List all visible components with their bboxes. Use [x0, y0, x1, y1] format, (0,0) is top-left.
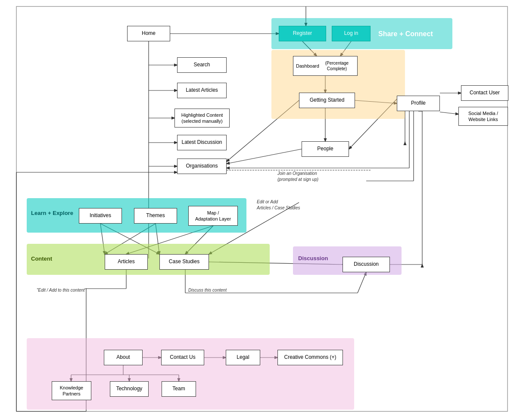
- node-team: Team: [162, 381, 196, 397]
- node-getting-started: Getting Started: [299, 93, 355, 108]
- node-social-media: Social Media /Website Links: [458, 107, 508, 126]
- italic-discuss: Discuss this content: [188, 288, 227, 292]
- italic-join-org: Join an Organisation(prompted at sign up…: [277, 171, 318, 183]
- svg-line-15: [227, 149, 302, 164]
- node-themes: Themes: [134, 208, 177, 224]
- svg-line-13: [440, 112, 458, 114]
- node-register[interactable]: Register: [279, 26, 326, 41]
- node-about: About: [104, 350, 143, 365]
- node-legal: Legal: [226, 350, 260, 365]
- node-contact-us: Contact Us: [161, 350, 204, 365]
- italic-edit-add: "Edit / Add to this content": [37, 288, 86, 292]
- node-login[interactable]: Log in: [332, 26, 371, 41]
- svg-line-37: [358, 272, 366, 293]
- node-knowledge-partners: KnowledgePartners: [52, 381, 91, 400]
- region-content: [27, 244, 270, 275]
- node-profile: Profile: [397, 96, 440, 111]
- label-learn: Learn + Explore: [31, 210, 73, 216]
- node-creative-commons: Creative Commons (+): [277, 350, 343, 365]
- node-contact-user: Contact User: [461, 85, 508, 101]
- node-articles: Articles: [105, 254, 148, 270]
- node-technology: Technology: [110, 381, 149, 397]
- node-organisations: Organisations: [177, 159, 227, 174]
- label-share-connect: Share + Connect: [378, 30, 433, 38]
- node-latest-articles: Latest Articles: [177, 83, 227, 98]
- node-discussion: Discussion: [343, 257, 390, 272]
- node-latest-discussion: Latest Discussion: [177, 135, 227, 150]
- diagram: Learn + Explore Content Discussion Home …: [0, 0, 517, 420]
- italic-edit-articles: Edit or AddArticles / Case Studies: [257, 199, 300, 211]
- node-initiatives: Initiatives: [79, 208, 122, 224]
- node-dashboard: Dashboard(Percentage Complete): [293, 56, 358, 76]
- node-search: Search: [177, 57, 227, 73]
- node-map-adapt: Map /Adaptation Layer: [188, 206, 238, 226]
- node-people: People: [302, 141, 349, 157]
- node-case-studies: Case Studies: [159, 254, 209, 270]
- node-highlighted: Highlighted Content(selected manually): [174, 109, 230, 128]
- node-home: Home: [127, 26, 170, 41]
- label-discussion-region: Discussion: [298, 255, 328, 261]
- label-content: Content: [31, 255, 52, 262]
